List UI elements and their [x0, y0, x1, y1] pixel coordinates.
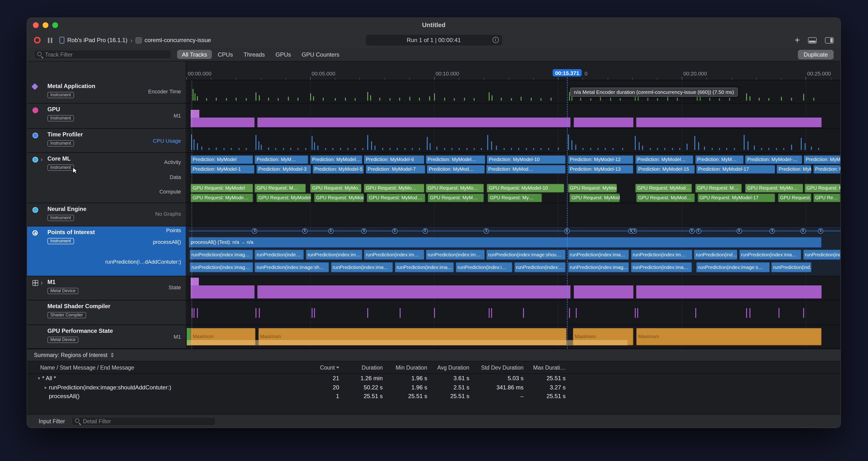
- interval-bar[interactable]: Prediction: MyModel-5: [312, 165, 364, 174]
- point-marker[interactable]: S: [302, 228, 308, 234]
- table-row[interactable]: ▾* All *211.26 min1.96 s3.61 s5.03 s25.5…: [27, 374, 840, 383]
- interval-bar[interactable]: Prediction: MyModel…: [635, 155, 693, 164]
- track-header-core-ml[interactable]: ›Core MLInstrumentActivityDataCompute: [27, 153, 186, 203]
- tab-all-tracks[interactable]: All Tracks: [177, 50, 212, 59]
- bottom-panel-toggle[interactable]: [808, 37, 817, 43]
- interval-bar[interactable]: Prediction: MyModel-3: [256, 165, 311, 174]
- duplicate-button[interactable]: Duplicate: [798, 50, 834, 59]
- close-button[interactable]: [33, 22, 39, 28]
- interval-bar[interactable]: Prediction: MyModel-1: [191, 165, 254, 174]
- track-header-time-profiler[interactable]: Time ProfilerInstrumentCPU Usage: [27, 129, 186, 152]
- point-marker[interactable]: S: [328, 228, 333, 234]
- column-header-max-durati[interactable]: Max Durati…: [524, 365, 566, 370]
- interval-bar[interactable]: runPrediction(index:image:sh…: [255, 262, 329, 272]
- track-header-metal-shader-compiler[interactable]: Metal Shader CompilerShader Compiler: [27, 300, 186, 325]
- track-header-neural-engine[interactable]: Neural EngineInstrumentNo Graphs: [27, 203, 186, 226]
- track-lane-time-profiler[interactable]: [186, 129, 840, 152]
- track-lane-metal-shader-compiler[interactable]: [186, 300, 840, 325]
- column-header-duration[interactable]: Duration: [339, 365, 383, 370]
- column-header-avg-duration[interactable]: Avg Duration: [427, 365, 469, 370]
- interval-bar[interactable]: runPrediction(index:ima…: [739, 250, 801, 260]
- point-marker[interactable]: S: [252, 228, 257, 234]
- interval-bar[interactable]: Prediction: MyMod…: [427, 165, 485, 174]
- interval-bar[interactable]: Prediction: MyM…: [777, 165, 811, 174]
- interval-bar[interactable]: runPrediction(index:…: [514, 262, 566, 272]
- point-marker[interactable]: S: [361, 228, 367, 234]
- interval-bar[interactable]: GPU Request: MyM…: [428, 193, 484, 202]
- column-header-count[interactable]: Count: [296, 365, 339, 370]
- interval-bar[interactable]: runPrediction(index:ima…: [331, 262, 393, 272]
- interval-bar[interactable]: runPrediction(index:ima…: [568, 250, 629, 260]
- interval-bar[interactable]: processAll() (Test): n/a → n/a: [189, 237, 821, 248]
- interval-bar[interactable]: Prediction: MyModel: [191, 155, 253, 164]
- minimize-button[interactable]: [42, 22, 49, 28]
- track-filter-field[interactable]: [34, 50, 171, 59]
- track-lane-m1[interactable]: [186, 276, 840, 300]
- column-header-std-dev-duration[interactable]: Std Dev Duration: [469, 365, 524, 370]
- track-header-points-of-interest[interactable]: Points of InterestInstrumentPointsproces…: [27, 226, 186, 276]
- interval-bar[interactable]: runPrediction(ind…: [771, 262, 811, 272]
- interval-bar[interactable]: Maximum: [636, 328, 821, 345]
- interval-bar[interactable]: GPU Request: MyModel-3: [256, 193, 311, 202]
- tab-gpu-counters[interactable]: GPU Counters: [297, 50, 344, 59]
- interval-bar[interactable]: Prediction: MyModel-7: [366, 165, 425, 174]
- interval-bar[interactable]: GPU Re…: [813, 193, 840, 202]
- interval-bar[interactable]: runPrediction(index:ima…: [395, 262, 454, 272]
- interval-bar[interactable]: GPU Request: MyModel-17: [698, 193, 775, 202]
- interval-bar[interactable]: runPrediction(ind…: [694, 250, 737, 260]
- interval-bar[interactable]: GPU Request: M…: [695, 184, 742, 192]
- interval-bar[interactable]: GPU Request: MyMod…: [568, 184, 617, 192]
- record-button[interactable]: [34, 37, 41, 43]
- track-header-gpu[interactable]: GPUInstrumentM1: [27, 103, 186, 128]
- interval-bar[interactable]: Prediction: MyModel-…: [745, 155, 802, 164]
- interval-bar[interactable]: Prediction: MyModel-17: [696, 165, 775, 174]
- interval-bar[interactable]: Prediction: MyM…: [695, 155, 744, 164]
- interval-bar[interactable]: runPrediction(index:image:s…: [696, 262, 770, 272]
- right-panel-toggle[interactable]: [825, 37, 834, 43]
- interval-bar[interactable]: GPU Request: MyMod…: [636, 193, 695, 202]
- interval-bar[interactable]: runPrediction(index:imag…: [189, 262, 253, 272]
- point-marker[interactable]: S: [689, 228, 694, 234]
- tab-cpus[interactable]: CPUs: [213, 50, 238, 59]
- detail-filter-field[interactable]: [72, 417, 216, 425]
- disclosure-chevron-icon[interactable]: ›: [41, 279, 43, 286]
- add-instrument-button[interactable]: +: [795, 36, 800, 44]
- interval-bar[interactable]: GPU Request: MyM…: [804, 184, 840, 192]
- target-breadcrumb[interactable]: Rob's iPad Pro (16.1.1) › coreml-concurr…: [60, 36, 211, 44]
- interval-bar[interactable]: GPU Request: MyModel: [191, 184, 253, 192]
- track-lane-metal-application[interactable]: [186, 80, 840, 103]
- interval-bar[interactable]: GPU Request: MyMod…: [569, 193, 620, 202]
- interval-bar[interactable]: Prediction: MyM…: [255, 155, 308, 164]
- table-row[interactable]: processAll()125.51 s25.51 s25.51 s–25.51…: [27, 392, 840, 401]
- interval-bar[interactable]: GPU Request: MyModel-10: [487, 184, 564, 192]
- track-lane-gpu[interactable]: [186, 103, 840, 128]
- interval-bar[interactable]: GPU Request: MyMode…: [191, 193, 253, 202]
- track-header-metal-application[interactable]: Metal ApplicationInstrumentEncoder Time: [27, 80, 186, 103]
- point-marker[interactable]: S: [770, 228, 775, 234]
- disclosure-right-icon[interactable]: ▸: [42, 385, 49, 390]
- point-marker[interactable]: S: [423, 228, 428, 234]
- point-marker[interactable]: S: [564, 228, 569, 234]
- zoom-button[interactable]: [52, 22, 58, 28]
- interval-bar[interactable]: runPrediction(index:im…: [306, 250, 363, 260]
- interval-bar[interactable]: GPU Request: MyMo…: [310, 184, 361, 192]
- interval-bar[interactable]: Prediction: MyModel-13: [568, 165, 633, 174]
- track-lane-gpu-performance-state[interactable]: MaximumMaximumMaximumMaximum: [186, 325, 840, 348]
- disclosure-down-icon[interactable]: ▾: [36, 376, 42, 381]
- interval-bar[interactable]: Prediction: MyModel…: [426, 155, 485, 164]
- timeline-ruler[interactable]: 00:00.00000:05.00000:10.00000:20.00000:2…: [186, 61, 840, 80]
- point-marker[interactable]: S: [392, 228, 397, 234]
- detail-filter-input[interactable]: [83, 418, 213, 424]
- point-marker[interactable]: S: [818, 228, 823, 234]
- interval-bar[interactable]: runPrediction(index:imag…: [189, 250, 253, 260]
- interval-bar[interactable]: GPU Request: MyMo…: [426, 184, 484, 192]
- point-marker[interactable]: S: [800, 228, 806, 234]
- interval-bar[interactable]: runPrediction(index:ima…: [803, 250, 840, 260]
- pause-button[interactable]: [48, 37, 52, 43]
- interval-bar[interactable]: GPU Request: M…: [255, 184, 306, 192]
- interval-bar[interactable]: Prediction: MyModel-6: [364, 155, 424, 164]
- point-marker[interactable]: S: [696, 228, 701, 234]
- interval-bar[interactable]: GPU Request: My…: [488, 193, 541, 202]
- table-row[interactable]: ▸runPrediction(index:image:shouldAddCont…: [27, 383, 840, 392]
- interval-bar[interactable]: Prediction: MyMod…: [813, 165, 840, 174]
